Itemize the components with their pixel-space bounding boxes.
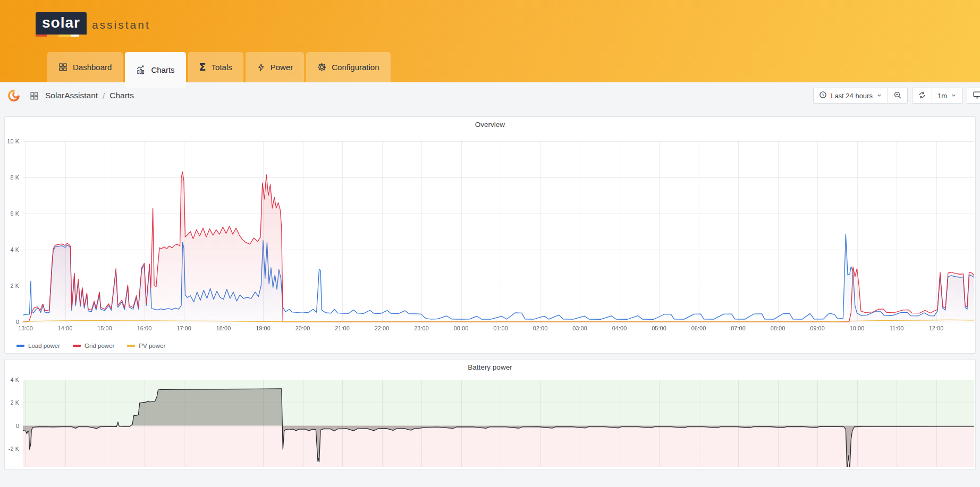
breadcrumb-app-link[interactable]: SolarAssistant — [45, 91, 98, 100]
grafana-toolbar: Last 24 hours 1m — [813, 88, 980, 104]
tab-label: Totals — [212, 63, 232, 72]
logo-underline-stripes — [36, 35, 79, 37]
kiosk-mode-button[interactable] — [967, 88, 980, 104]
refresh-interval-label: 1m — [937, 92, 947, 100]
battery-panel: Battery power — [4, 359, 976, 469]
refresh-button[interactable] — [912, 88, 932, 104]
search-minus-icon — [893, 91, 902, 101]
overview-chart-canvas[interactable] — [5, 130, 974, 339]
grafana-logo-icon[interactable] — [7, 89, 20, 102]
legend-swatch — [16, 345, 24, 347]
tab-label: Charts — [151, 65, 174, 74]
battery-panel-title[interactable]: Battery power — [5, 360, 975, 372]
gear-icon — [317, 63, 326, 72]
dashboards-grid-icon — [30, 91, 39, 100]
time-range-group: Last 24 hours — [813, 88, 908, 104]
breadcrumb-separator: / — [98, 91, 109, 100]
logo-primary-text: solar — [42, 14, 80, 31]
tab-label: Configuration — [332, 63, 379, 72]
tab-label: Dashboard — [73, 63, 112, 72]
tab-dashboard[interactable]: Dashboard — [47, 52, 123, 82]
tab-power[interactable]: Power — [246, 52, 305, 82]
grid-icon — [58, 63, 67, 72]
app-header: solar assistant Dashboard Charts Σ Total… — [0, 0, 980, 82]
legend-item[interactable]: Load power — [16, 343, 60, 349]
dashboard-content: Overview Load powerGrid powerPV power Ba… — [0, 116, 980, 469]
legend-label: PV power — [139, 343, 165, 349]
clock-icon — [819, 91, 827, 100]
legend-item[interactable]: Grid power — [73, 343, 114, 349]
main-nav-tabs: Dashboard Charts Σ Totals Power — [47, 52, 391, 82]
tab-totals[interactable]: Σ Totals — [188, 52, 243, 82]
overview-panel: Overview Load powerGrid powerPV power — [4, 116, 976, 354]
app-logo: solar assistant — [36, 12, 150, 35]
view-mode-group — [967, 88, 980, 104]
refresh-group: 1m — [912, 88, 962, 104]
lightning-icon — [257, 63, 265, 72]
breadcrumb-page[interactable]: Charts — [109, 91, 134, 100]
sigma-icon: Σ — [199, 62, 206, 72]
logo-box: solar — [36, 12, 87, 35]
zoom-out-button[interactable] — [888, 88, 908, 104]
battery-chart-canvas[interactable] — [5, 372, 974, 467]
time-range-label: Last 24 hours — [831, 92, 873, 100]
legend-label: Load power — [28, 343, 60, 349]
bar-chart-icon — [136, 65, 146, 75]
time-range-picker-button[interactable]: Last 24 hours — [813, 88, 888, 104]
tab-charts[interactable]: Charts — [125, 52, 185, 88]
chevron-down-icon — [951, 92, 957, 100]
chevron-down-icon — [876, 92, 882, 100]
refresh-icon — [918, 91, 926, 101]
tab-label: Power — [271, 63, 293, 72]
monitor-icon — [973, 90, 980, 101]
tab-configuration[interactable]: Configuration — [306, 52, 390, 82]
legend-swatch — [73, 345, 81, 347]
overview-panel-title[interactable]: Overview — [5, 117, 975, 130]
refresh-interval-button[interactable]: 1m — [932, 88, 962, 104]
legend-swatch — [127, 345, 135, 347]
legend-label: Grid power — [85, 343, 114, 349]
legend-item[interactable]: PV power — [127, 343, 165, 349]
overview-legend: Load powerGrid powerPV power — [5, 339, 975, 351]
logo-secondary-text: assistant — [92, 19, 150, 31]
